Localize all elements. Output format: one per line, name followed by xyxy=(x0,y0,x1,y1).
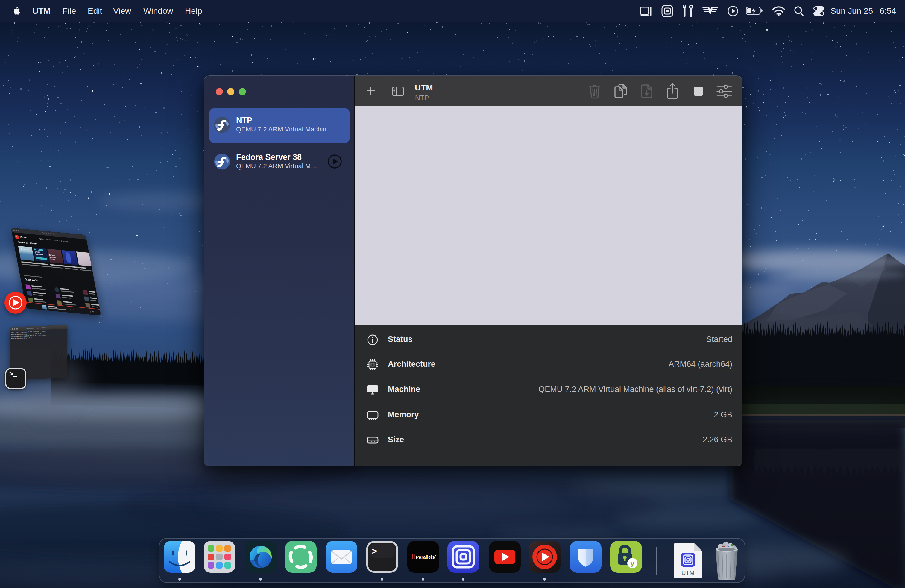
svg-text:y: y xyxy=(630,559,635,567)
svg-text:UTM: UTM xyxy=(681,569,694,576)
svg-text:>_: >_ xyxy=(372,547,383,557)
svg-text:Parallels´: Parallels´ xyxy=(416,555,437,559)
